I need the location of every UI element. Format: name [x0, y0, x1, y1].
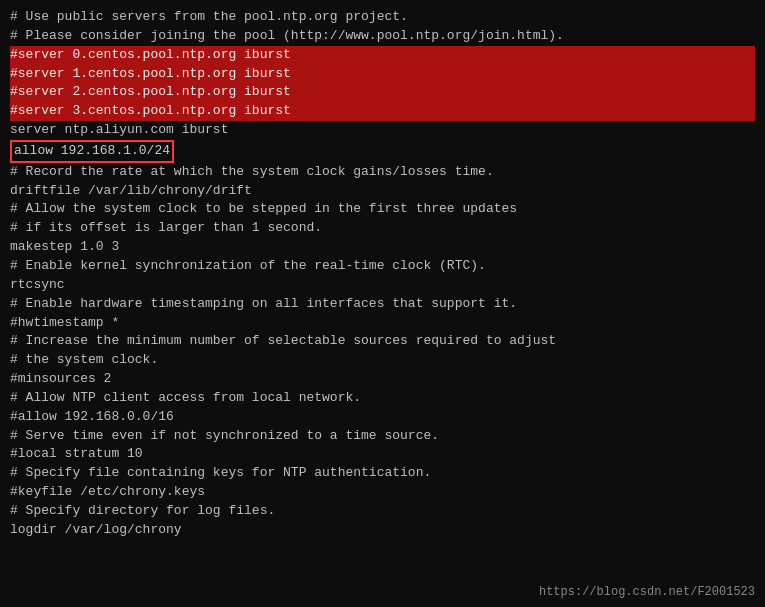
- terminal-line: #hwtimestamp *: [10, 314, 755, 333]
- terminal-line: #allow 192.168.0.0/16: [10, 408, 755, 427]
- terminal-line: # Increase the minimum number of selecta…: [10, 332, 755, 351]
- terminal-line: makestep 1.0 3: [10, 238, 755, 257]
- terminal-line: #server 1.centos.pool.ntp.org iburst: [10, 65, 755, 84]
- watermark: https://blog.csdn.net/F2001523: [539, 584, 755, 601]
- terminal-line: #local stratum 10: [10, 445, 755, 464]
- terminal-line: # Enable hardware timestamping on all in…: [10, 295, 755, 314]
- terminal-line: #server 3.centos.pool.ntp.org iburst: [10, 102, 755, 121]
- terminal-line: allow 192.168.1.0/24: [10, 140, 755, 163]
- terminal-content: # Use public servers from the pool.ntp.o…: [10, 8, 755, 540]
- terminal-line: # Specify file containing keys for NTP a…: [10, 464, 755, 483]
- terminal-line: # Allow NTP client access from local net…: [10, 389, 755, 408]
- terminal-line: rtcsync: [10, 276, 755, 295]
- terminal-line: # the system clock.: [10, 351, 755, 370]
- terminal-line: # Record the rate at which the system cl…: [10, 163, 755, 182]
- terminal-line: # if its offset is larger than 1 second.: [10, 219, 755, 238]
- terminal-line: #server 2.centos.pool.ntp.org iburst: [10, 83, 755, 102]
- terminal-line: # Allow the system clock to be stepped i…: [10, 200, 755, 219]
- terminal-line: # Please consider joining the pool (http…: [10, 27, 755, 46]
- terminal-line: #minsources 2: [10, 370, 755, 389]
- allow-line-highlight: allow 192.168.1.0/24: [10, 140, 174, 163]
- terminal-window: # Use public servers from the pool.ntp.o…: [0, 0, 765, 607]
- terminal-line: #keyfile /etc/chrony.keys: [10, 483, 755, 502]
- terminal-line: # Use public servers from the pool.ntp.o…: [10, 8, 755, 27]
- terminal-line: driftfile /var/lib/chrony/drift: [10, 182, 755, 201]
- terminal-line: # Specify directory for log files.: [10, 502, 755, 521]
- terminal-line: #server 0.centos.pool.ntp.org iburst: [10, 46, 755, 65]
- terminal-line: # Serve time even if not synchronized to…: [10, 427, 755, 446]
- terminal-line: server ntp.aliyun.com iburst: [10, 121, 755, 140]
- terminal-line: # Enable kernel synchronization of the r…: [10, 257, 755, 276]
- terminal-line: logdir /var/log/chrony: [10, 521, 755, 540]
